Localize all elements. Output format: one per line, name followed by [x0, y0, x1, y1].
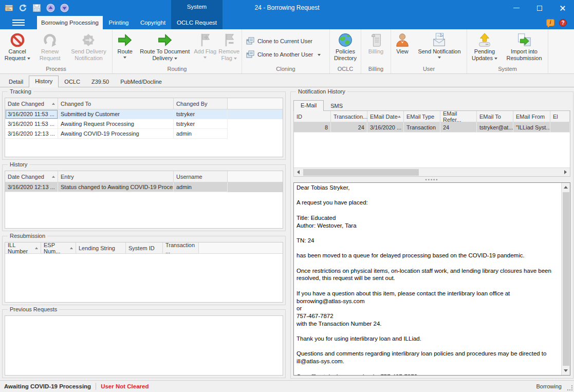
email-col-id[interactable]: ID	[294, 111, 331, 122]
ribbon-tab-printing[interactable]: Printing	[103, 16, 135, 29]
tab-email[interactable]: E-Mail	[293, 100, 324, 111]
clone-to-current-user-button[interactable]: Clone to Current User	[246, 37, 325, 46]
close-icon	[560, 5, 566, 11]
window-title: 24 - Borrowing Request	[0, 4, 574, 11]
ribbon-tab-row: Borrowing Processing Printing Copyright …	[0, 16, 574, 29]
history-legend: History	[8, 161, 29, 167]
renew-request-icon	[42, 32, 58, 48]
scroll-down-arrow[interactable]	[564, 366, 568, 375]
notification-history-legend: Notification History	[296, 88, 347, 95]
import-into-resubmission-button[interactable]: Import into Resubmission	[502, 31, 547, 62]
history-grid[interactable]: Date Changed Entry Username 3/16/2020 12…	[5, 171, 283, 229]
app-icon[interactable]	[5, 4, 13, 12]
renew-request-button[interactable]: Renew Request	[34, 31, 65, 62]
resubmission-col-lending-string[interactable]: Lending String	[76, 242, 126, 254]
close-button[interactable]	[551, 0, 574, 16]
menu-button[interactable]	[0, 16, 37, 29]
ribbon-tab-borrowing-processing[interactable]: Borrowing Processing	[37, 16, 103, 29]
ribbon-group-label-system: System	[467, 65, 548, 73]
minimize-button[interactable]	[505, 0, 528, 16]
send-notification-button[interactable]: Send Notification	[413, 31, 466, 59]
resubmission-grid[interactable]: ILL Number ESP Num... Lending String Sys…	[5, 242, 283, 303]
resubmission-col-transaction[interactable]: Transaction ...	[163, 242, 199, 254]
splitter-handle[interactable]: •••••	[293, 177, 570, 182]
history-col-entry[interactable]: Entry	[58, 171, 174, 182]
scroll-left-arrow[interactable]	[294, 168, 303, 177]
scrollbar-thumb[interactable]	[303, 169, 419, 176]
email-col-type[interactable]: EMail Type	[404, 111, 440, 122]
import-into-resubmission-icon	[516, 32, 532, 48]
previous-requests-panel[interactable]	[5, 315, 283, 376]
ribbon-tab-copyright[interactable]: Copyright	[135, 16, 171, 29]
tab-oclc[interactable]: OCLC	[59, 77, 86, 87]
add-flag-button[interactable]: Add Flag	[193, 31, 217, 59]
tab-z3950[interactable]: Z39.50	[86, 77, 115, 87]
ribbon-group-cloning: Clone to Current User Clone to Another U…	[242, 29, 330, 73]
tracking-col-changed-to[interactable]: Changed To	[58, 98, 174, 109]
cancel-request-button[interactable]: Cancel Request	[1, 31, 33, 62]
dropdown-arrow-icon	[123, 57, 126, 59]
detail-tab-strip: Detail History OCLC Z39.50 PubMed/Doclin…	[0, 74, 574, 87]
scrollbar-thumb[interactable]	[563, 192, 569, 366]
resize-grip-icon[interactable]	[567, 385, 572, 390]
refresh-icon[interactable]	[18, 4, 27, 12]
email-notification-grid[interactable]: ID Transaction... EMail Date EMail Type …	[293, 111, 570, 177]
resubmission-col-esp-number[interactable]: ESP Num...	[41, 242, 76, 254]
tracking-col-changed-by[interactable]: Changed By	[174, 98, 228, 109]
ribbon-help-area: i ?	[546, 16, 574, 29]
route-button[interactable]: Route	[114, 31, 137, 59]
scroll-up-circle-icon[interactable]	[46, 4, 55, 12]
status-text: Awaiting COVID-19 Processing	[4, 383, 91, 389]
cancel-request-icon	[10, 32, 25, 48]
history-col-username[interactable]: Username	[174, 171, 228, 182]
pending-updates-button[interactable]: Pending Updates	[468, 31, 501, 62]
tracking-row[interactable]: 3/16/2020 12:13 ... Awaiting COVID-19 Pr…	[5, 129, 283, 139]
tab-history[interactable]: History	[29, 76, 59, 87]
notification-history-groupbox: Notification History E-Mail SMS ID Trans…	[290, 91, 573, 379]
tracking-col-date-changed[interactable]: Date Changed	[5, 98, 58, 109]
scrollbar-arrow-icon	[564, 170, 567, 174]
tracking-row[interactable]: 3/16/2020 11:53 ... Submitted by Custome…	[5, 109, 283, 119]
email-preview-box[interactable]: Dear Tobias Stryker, A request you have …	[293, 182, 570, 376]
email-body[interactable]: Dear Tobias Stryker, A request you have …	[294, 183, 561, 375]
info-icon[interactable]: i	[546, 19, 554, 26]
billing-button[interactable]: Billing	[362, 31, 390, 55]
ribbon-group-label-oclc: OCLC	[330, 65, 361, 73]
history-row[interactable]: 3/16/2020 12:13 ... Status changed to Aw…	[5, 182, 283, 192]
clone-to-another-user-button[interactable]: Clone to Another User	[246, 50, 325, 60]
view-user-button[interactable]: View	[392, 31, 413, 55]
history-col-date-changed[interactable]: Date Changed	[5, 171, 58, 182]
tab-pubmed-docline[interactable]: PubMed/Docline	[115, 77, 168, 87]
scroll-down-circle-icon[interactable]	[60, 4, 69, 12]
email-col-reference[interactable]: EMail Refer...	[440, 111, 477, 122]
ribbon-tab-oclc-request[interactable]: OCLC Request	[171, 16, 223, 29]
resubmission-col-system-id[interactable]: System ID	[126, 242, 163, 254]
email-col-from[interactable]: EMail From	[513, 111, 550, 122]
status-divider	[96, 383, 96, 390]
email-col-date[interactable]: EMail Date	[367, 111, 404, 122]
tracking-grid[interactable]: Date Changed Changed To Changed By 3/16/…	[5, 98, 283, 157]
send-notification-icon	[432, 32, 447, 48]
email-col-to[interactable]: EMail To	[477, 111, 513, 122]
email-row[interactable]: 8 24 3/16/2020 ... Transaction 24 tstryk…	[294, 122, 570, 133]
policies-directory-button[interactable]: Policies Directory	[331, 31, 360, 62]
tracking-row[interactable]: 3/16/2020 11:53 ... Awaiting Request Pro…	[5, 119, 283, 129]
route-to-document-delivery-button[interactable]: Route To Document Delivery	[137, 31, 193, 62]
vertical-scrollbar[interactable]	[561, 183, 570, 375]
email-col-cutoff[interactable]: El	[550, 111, 570, 122]
save-icon[interactable]	[32, 4, 41, 12]
scroll-up-arrow[interactable]	[564, 183, 568, 192]
horizontal-scrollbar[interactable]	[294, 167, 570, 176]
tab-sms[interactable]: SMS	[324, 101, 349, 111]
ribbon-group-label-routing: Routing	[113, 65, 242, 73]
maximize-button[interactable]	[528, 0, 551, 16]
scroll-right-arrow[interactable]	[561, 168, 570, 177]
email-col-transaction[interactable]: Transaction...	[331, 111, 367, 122]
tab-detail[interactable]: Detail	[3, 77, 29, 87]
titlebar: 24 - Borrowing Request	[0, 0, 574, 16]
ribbon-group-user: View Send Notification User	[391, 29, 467, 73]
remove-flag-button[interactable]: Remove Flag	[217, 31, 240, 62]
resubmission-col-ill-number[interactable]: ILL Number	[5, 242, 41, 254]
help-icon[interactable]: ?	[559, 19, 567, 27]
send-delivery-notification-button[interactable]: Send Delivery Notification	[66, 31, 111, 62]
